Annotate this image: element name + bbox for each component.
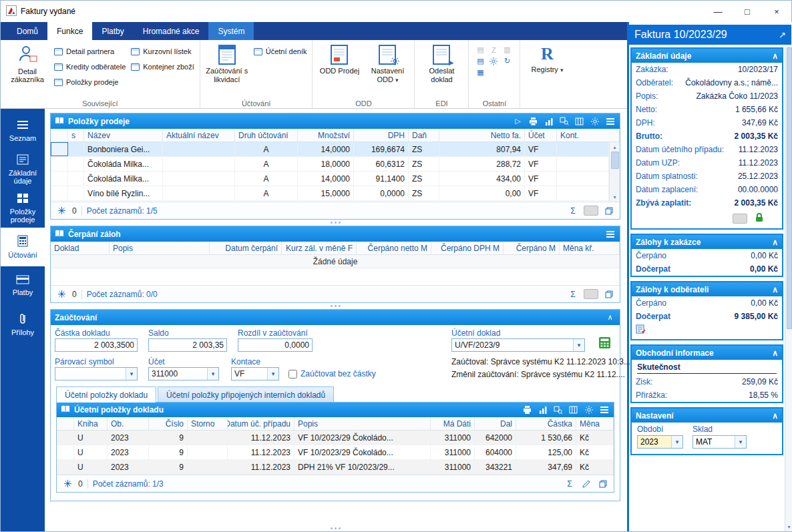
collapse-icon[interactable]: ∧ xyxy=(604,312,616,323)
maximize-button[interactable]: □ xyxy=(733,1,762,21)
zauctovani-s-likvidaci-button[interactable]: Zaúčtování s likvidací xyxy=(206,43,248,83)
sidebar-item-zakladni-udaje[interactable]: Základní údaje xyxy=(1,150,45,189)
dropdown-icon[interactable]: ▾ xyxy=(573,339,584,351)
chart-icon[interactable] xyxy=(543,116,554,127)
odeslat-doklad-button[interactable]: ▶ Odeslat doklad xyxy=(420,43,463,83)
sidebar-item-prilohy[interactable]: Přílohy xyxy=(1,305,45,344)
play-icon[interactable]: ▷ xyxy=(512,116,524,127)
order-advances-header[interactable]: Zálohy k zakázce ∧ xyxy=(632,235,782,249)
customer-advances-header[interactable]: Zálohy k odběrateli ∧ xyxy=(632,282,782,296)
castka-dokladu-input[interactable] xyxy=(55,338,138,352)
tool-refresh-icon[interactable]: ↻ xyxy=(501,56,513,66)
table-row[interactable]: U 2023 9 11.12.2023 DPH 21% VF 10/2023/2… xyxy=(57,460,614,475)
tab-domu[interactable]: Domů xyxy=(7,22,47,40)
kurzovni-listek-button[interactable]: Kurzovní lístek xyxy=(131,45,194,58)
table-row[interactable]: U 2023 9 11.12.2023 VF 10/2023/29 Čokolá… xyxy=(57,445,614,460)
odd-prodej-button[interactable]: ODD Prodej xyxy=(318,43,361,75)
right-panel-scrollbar[interactable]: ▾ xyxy=(785,46,792,531)
table-row[interactable]: U 2023 9 11.12.2023 VF 10/2023/29 Čokolá… xyxy=(57,431,614,445)
edit-icon[interactable] xyxy=(580,479,592,489)
vertical-scrollbar[interactable]: ▴ ▾ xyxy=(609,142,620,202)
minimize-button[interactable]: — xyxy=(703,1,733,21)
sum-icon[interactable]: Σ xyxy=(567,289,579,300)
scrollbar-thumb[interactable] xyxy=(611,152,619,169)
dropdown-icon[interactable]: ▾ xyxy=(671,436,682,448)
advance-list-icon[interactable] xyxy=(636,326,646,336)
collapse-icon[interactable]: ∧ xyxy=(772,51,778,61)
sidebar-item-platby[interactable]: Platby xyxy=(1,266,45,305)
copy-table-icon[interactable] xyxy=(597,479,609,489)
menu-icon[interactable] xyxy=(604,229,616,240)
scroll-down-icon[interactable]: ▾ xyxy=(610,192,620,202)
rozdil-input[interactable] xyxy=(238,338,313,352)
scrollbar-thumb[interactable] xyxy=(787,47,792,329)
obdobi-combo[interactable]: ▾ xyxy=(637,435,683,449)
sum-icon[interactable]: Σ xyxy=(567,206,579,216)
filter-icon[interactable] xyxy=(55,206,67,216)
detail-zakaznika-button[interactable]: Detail zákazníka xyxy=(6,43,49,84)
nastaveni-odd-button[interactable]: Nastavení ODD ▾ xyxy=(366,43,409,83)
tab-ucetni-polozky-dokladu[interactable]: Účetní položky dokladu xyxy=(56,386,156,403)
kontace-combo[interactable]: VF ▾ xyxy=(231,367,279,380)
columns-icon[interactable] xyxy=(574,116,585,127)
table-row[interactable]: Víno bílé Ryzlin... A 15,0000 0,0000 ZS … xyxy=(51,186,609,201)
columns-icon[interactable] xyxy=(568,405,579,415)
menu-icon[interactable] xyxy=(604,116,616,127)
search-icon[interactable] xyxy=(558,116,570,127)
scroll-down-icon[interactable]: ▾ xyxy=(787,522,790,531)
gear-icon[interactable] xyxy=(583,405,594,415)
dropdown-icon[interactable]: ▾ xyxy=(267,368,278,380)
polozky-prodeje-button[interactable]: Položky prodeje xyxy=(54,75,126,89)
dropdown-icon[interactable]: ▾ xyxy=(735,436,746,448)
sidebar-item-polozky-prodeje[interactable]: Položky prodeje xyxy=(1,189,45,228)
sklad-input[interactable] xyxy=(693,436,735,448)
close-button[interactable]: × xyxy=(762,1,791,21)
print-icon[interactable] xyxy=(522,405,533,415)
bez-castky-checkbox[interactable] xyxy=(288,370,297,378)
collapse-icon[interactable]: ∧ xyxy=(772,238,778,247)
table-row[interactable]: Čokoláda Milka... A 18,0000 60,6312 ZS 2… xyxy=(51,157,609,172)
ucetni-denik-button[interactable]: Účetní deník xyxy=(254,45,307,58)
search-icon[interactable] xyxy=(552,405,564,415)
panel-splitter[interactable] xyxy=(50,220,620,226)
tab-ucetni-polozky-pripojenych[interactable]: Účetní položky připojených interních dok… xyxy=(158,386,334,403)
kontejner-zbozi-button[interactable]: Kontejner zboží xyxy=(131,60,194,73)
tab-platby[interactable]: Platby xyxy=(92,22,133,40)
business-info-header[interactable]: Obchodní informace ∧ xyxy=(632,346,782,360)
ucetni-doklad-combo[interactable]: U/VF/2023/9 ▾ xyxy=(451,338,585,352)
table-row[interactable]: Čokoláda Milka... A 14,0000 91,1400 ZS 4… xyxy=(51,172,609,186)
sidebar-item-seznam[interactable]: Seznam xyxy=(1,111,45,150)
panel-splitter[interactable] xyxy=(50,303,620,309)
chart-icon[interactable] xyxy=(537,405,548,415)
tool-gear-icon[interactable] xyxy=(487,56,500,66)
calculator-icon[interactable] xyxy=(598,336,611,351)
collapse-icon[interactable]: ∧ xyxy=(772,411,778,421)
kredity-odberatele-button[interactable]: Kredity odběratele xyxy=(54,60,126,73)
collapse-icon[interactable]: ∧ xyxy=(772,348,778,358)
parovaci-symbol-combo[interactable]: ▾ xyxy=(55,367,138,380)
saldo-input[interactable] xyxy=(148,338,227,352)
detail-partnera-button[interactable]: Detail partnera xyxy=(54,45,126,58)
tab-funkce[interactable]: Funkce xyxy=(47,22,92,40)
table-row[interactable]: Bonboniera Gei... A 14,0000 169,6674 ZS … xyxy=(51,142,609,157)
bottom-splitter[interactable] xyxy=(50,525,620,531)
ucet-combo[interactable]: 311000 ▾ xyxy=(148,367,219,380)
filter-icon[interactable] xyxy=(55,289,67,300)
copy-table-icon[interactable] xyxy=(603,289,615,300)
scroll-up-icon[interactable]: ▴ xyxy=(610,142,620,152)
open-external-icon[interactable]: ↗ xyxy=(779,30,786,40)
print-icon[interactable] xyxy=(528,116,539,127)
dropdown-icon[interactable]: ▾ xyxy=(126,368,137,380)
menu-icon[interactable] xyxy=(598,405,610,415)
filter-icon[interactable] xyxy=(61,479,73,489)
obdobi-input[interactable] xyxy=(638,436,671,448)
settings-header[interactable]: Nastavení ∧ xyxy=(632,409,782,423)
sum-icon[interactable]: Σ xyxy=(564,479,576,489)
registry-button[interactable]: R Registry ▾ xyxy=(526,43,568,74)
copy-table-icon[interactable] xyxy=(603,206,615,216)
gear-icon[interactable] xyxy=(589,116,600,127)
collapse-icon[interactable]: ∧ xyxy=(772,285,778,294)
sidebar-item-uctovani[interactable]: Účtování xyxy=(1,228,45,266)
tool-table-icon[interactable]: ▦ xyxy=(474,67,486,77)
tab-hromadne-akce[interactable]: Hromadné akce xyxy=(134,22,209,40)
